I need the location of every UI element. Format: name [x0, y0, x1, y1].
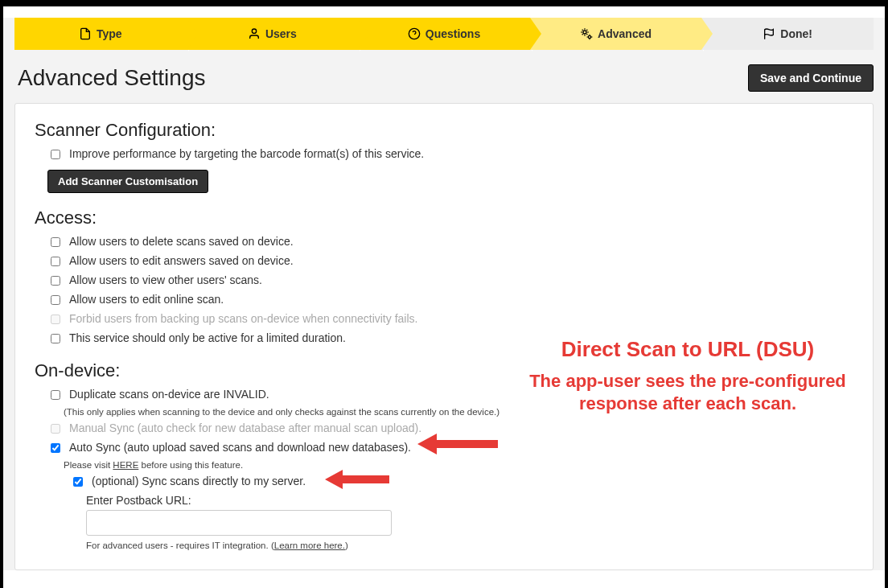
- here-link[interactable]: HERE: [113, 460, 138, 470]
- step-done[interactable]: Done!: [701, 18, 874, 50]
- checkbox-auto-sync[interactable]: [51, 443, 60, 453]
- access-heading: Access:: [35, 208, 853, 228]
- duplicate-note: (This only applies when scanning to the …: [64, 407, 853, 417]
- step-label: Users: [265, 27, 297, 40]
- opt-label: Allow users to view other users' scans.: [69, 273, 262, 286]
- step-label: Questions: [426, 27, 480, 40]
- gears-icon: [580, 27, 593, 40]
- step-label: Done!: [780, 27, 812, 40]
- opt-sync-direct[interactable]: (optional) Sync scans directly to my ser…: [70, 475, 853, 489]
- ondevice-heading: On-device:: [35, 360, 853, 381]
- step-type[interactable]: Type: [14, 18, 187, 50]
- opt-label: Allow users to edit answers saved on dev…: [69, 254, 294, 267]
- opt-allow-delete[interactable]: Allow users to delete scans saved on dev…: [47, 235, 853, 249]
- question-icon: [408, 27, 421, 40]
- auto-sync-note: Please visit HERE before using this feat…: [64, 460, 853, 470]
- file-icon: [79, 27, 92, 40]
- opt-label: Duplicate scans on-device are INVALID.: [69, 388, 269, 401]
- step-label: Advanced: [598, 27, 652, 40]
- opt-manual-sync: Manual Sync (auto check for new database…: [47, 421, 853, 436]
- opt-improve-performance[interactable]: Improve performance by targeting the bar…: [47, 147, 853, 162]
- note-text: before using this feature.: [138, 460, 243, 470]
- checkbox-sync-direct[interactable]: [73, 477, 83, 487]
- checkbox-allow-edit-online[interactable]: [51, 295, 60, 305]
- opt-label: (optional) Sync scans directly to my ser…: [92, 475, 306, 487]
- opt-label: Forbid users from backing up scans on-de…: [69, 312, 417, 325]
- step-label: Type: [97, 27, 122, 40]
- flag-icon: [763, 27, 775, 40]
- checkbox-duplicate-invalid[interactable]: [51, 390, 60, 400]
- postback-note: For advanced users - requires IT integra…: [86, 541, 853, 550]
- opt-label: Improve performance by targeting the bar…: [69, 147, 424, 160]
- checkbox-allow-view-other[interactable]: [51, 276, 60, 286]
- learn-more-link[interactable]: Learn more here.: [274, 541, 345, 550]
- opt-allow-view-other[interactable]: Allow users to view other users' scans.: [47, 273, 853, 288]
- checkbox-forbid-backup: [51, 315, 60, 324]
- note-text: For advanced users - requires IT integra…: [86, 541, 274, 550]
- settings-panel: Scanner Configuration: Improve performan…: [14, 103, 874, 570]
- checkbox-allow-delete[interactable]: [51, 237, 60, 247]
- step-advanced[interactable]: Advanced: [530, 18, 702, 50]
- opt-allow-edit-online[interactable]: Allow users to edit online scan.: [47, 293, 853, 307]
- checkbox-allow-edit-answers[interactable]: [51, 257, 60, 266]
- step-questions[interactable]: Questions: [358, 18, 530, 50]
- svg-point-3: [583, 31, 586, 34]
- step-users[interactable]: Users: [187, 18, 359, 50]
- opt-auto-sync[interactable]: Auto Sync (auto upload saved scans and d…: [47, 441, 853, 455]
- opt-duplicate-invalid[interactable]: Duplicate scans on-device are INVALID.: [47, 388, 853, 402]
- checkbox-limited-duration[interactable]: [51, 334, 60, 343]
- opt-label: Manual Sync (auto check for new database…: [69, 421, 421, 434]
- postback-url-input[interactable]: [86, 510, 392, 536]
- opt-limited-duration[interactable]: This service should only be active for a…: [47, 331, 853, 346]
- checkbox-manual-sync: [51, 424, 60, 434]
- opt-label: Allow users to edit online scan.: [69, 293, 224, 306]
- postback-url-label: Enter Postback URL:: [86, 494, 853, 507]
- opt-label: Allow users to delete scans saved on dev…: [69, 235, 294, 248]
- note-text: Please visit: [64, 460, 113, 470]
- opt-forbid-backup: Forbid users from backing up scans on-de…: [47, 312, 853, 327]
- opt-label: Auto Sync (auto upload saved scans and d…: [69, 441, 411, 454]
- scanner-heading: Scanner Configuration:: [35, 120, 853, 141]
- page-title: Advanced Settings: [18, 65, 206, 91]
- save-continue-button[interactable]: Save and Continue: [748, 64, 874, 92]
- opt-allow-edit-answers[interactable]: Allow users to edit answers saved on dev…: [47, 254, 853, 269]
- opt-label: This service should only be active for a…: [69, 331, 346, 344]
- user-icon: [248, 27, 261, 40]
- note-text: ): [345, 541, 348, 550]
- add-scanner-customisation-button[interactable]: Add Scanner Customisation: [47, 170, 208, 193]
- svg-point-4: [588, 35, 590, 38]
- checkbox-improve-performance[interactable]: [51, 150, 60, 159]
- wizard-steps: Type Users Questions Advanced Done!: [14, 18, 874, 50]
- svg-point-0: [252, 29, 256, 33]
